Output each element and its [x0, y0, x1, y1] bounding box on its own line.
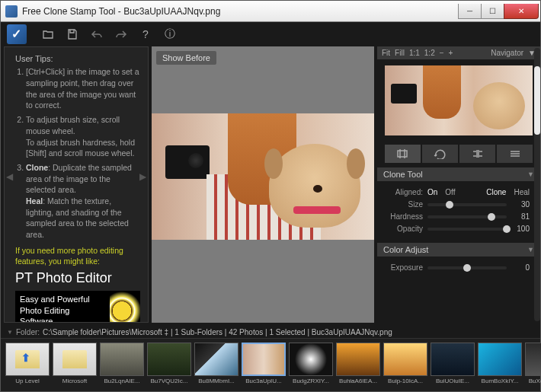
tips-panel: ◀ ▶ User Tips: [Ctrl+Click] in the image… — [4, 46, 149, 323]
status-bar: ▼ Folder: C:\Sample folder\Pictures\Micr… — [1, 326, 540, 338]
navigator-title: Navigator — [491, 49, 523, 57]
filmstrip-thumbnail[interactable]: BuXqTtAIIA... — [525, 343, 541, 388]
clone-tool-controls: Aligned: On Off Clone Heal Size 30 — [377, 181, 540, 243]
zoom-fit-button[interactable]: Fit — [382, 49, 390, 57]
minimize-button[interactable]: ─ — [458, 4, 481, 19]
thumbnail-label: BumBoXkIY... — [478, 378, 522, 384]
mode-clone-option[interactable]: Clone — [486, 188, 506, 196]
show-before-button[interactable]: Show Before — [156, 51, 216, 65]
inspector-panel: Fit Fill 1:1 1:2 − + Navigator ▼ Clone — [377, 46, 540, 323]
help-button[interactable]: ? — [138, 27, 153, 42]
save-button[interactable] — [65, 27, 80, 42]
zoom-in-button[interactable]: + — [449, 49, 453, 57]
opacity-slider[interactable] — [427, 228, 507, 231]
opacity-label: Opacity — [388, 225, 423, 233]
size-value: 30 — [511, 200, 530, 209]
zoom-fill-button[interactable]: Fill — [395, 49, 405, 57]
filmstrip-thumbnail[interactable]: Buip-10IcA... — [383, 343, 427, 388]
thumbnail-label: Buip-10IcA... — [383, 378, 427, 384]
promo-text: Easy and Powerful Photo Editing Software… — [15, 291, 110, 323]
hardness-label: Hardness — [388, 212, 423, 221]
thumbnail-label: BuXqTtAIIA... — [525, 378, 541, 384]
size-slider[interactable] — [427, 203, 507, 206]
filmstrip-thumbnail[interactable]: Buc3aUpIU... — [242, 343, 286, 388]
canvas-image[interactable] — [152, 113, 374, 240]
thumbnail-label: BudgZRXIY... — [289, 378, 333, 384]
filmstrip-folder[interactable]: Microsoft — [53, 343, 97, 388]
main-area: ◀ ▶ User Tips: [Ctrl+Click] in the image… — [1, 46, 540, 326]
color-adjust-header[interactable]: Color Adjust ▼ — [377, 243, 540, 257]
zoom-1to1-button[interactable]: 1:1 — [409, 49, 420, 57]
close-button[interactable]: ✕ — [504, 4, 539, 19]
thumbnail-label: BuhiaA6IEA... — [336, 378, 380, 384]
zoom-1to2-button[interactable]: 1:2 — [424, 49, 435, 57]
redo-button[interactable] — [114, 27, 129, 42]
opacity-value: 100 — [511, 225, 530, 233]
promo-box[interactable]: Easy and Powerful Photo Editing Software… — [15, 291, 140, 323]
tips-next-button[interactable]: ▶ — [139, 171, 146, 183]
filmstrip-thumbnail[interactable]: BuhiaA6IEA... — [336, 343, 380, 388]
filmstrip-thumbnail[interactable]: Bu7VQU2Ic... — [147, 343, 191, 388]
mode-heal-option[interactable]: Heal — [514, 188, 530, 196]
promo-flower-icon — [110, 291, 140, 323]
clone-tool-title: Clone Tool — [383, 170, 423, 179]
aligned-label: Aligned: — [388, 188, 423, 196]
app-logo-icon — [7, 24, 27, 44]
filmstrip-folder[interactable]: Up Level — [5, 343, 50, 388]
thumbnail-label: Bu7VQU2Ic... — [147, 378, 191, 384]
chevron-down-icon: ▼ — [527, 246, 534, 253]
thumbnail-label: Bu2LqnAIE... — [100, 378, 144, 384]
filmstrip-thumbnail[interactable]: BudgZRXIY... — [289, 343, 333, 388]
canvas-area[interactable]: Show Before — [152, 46, 374, 323]
tips-item: Clone: Duplicate the sampled area of the… — [26, 162, 140, 241]
maximize-button[interactable]: ☐ — [481, 4, 504, 19]
image-camera — [165, 145, 210, 179]
app-icon — [5, 5, 18, 18]
thumbnail-label: Buc3aUpIU... — [242, 378, 286, 384]
image-dog-face — [301, 173, 335, 196]
thumbnail-label: Bu8MMbmI... — [194, 378, 238, 384]
tips-item: To adjust brush size, scroll mouse wheel… — [26, 114, 140, 159]
tips-prev-button[interactable]: ◀ — [6, 171, 13, 183]
app-window: Free Clone Stamp Tool - Buc3aUpIUAAJNqv.… — [0, 0, 541, 392]
tips-list: [Ctrl+Click] in the image to set a sampl… — [15, 66, 140, 240]
tips-item: [Ctrl+Click] in the image to set a sampl… — [26, 66, 140, 111]
filmstrip-thumbnail[interactable]: Bu8MMbmI... — [194, 343, 238, 388]
tool-tab-compare[interactable] — [459, 145, 495, 163]
clone-tool-header[interactable]: Clone Tool ▼ — [377, 167, 540, 181]
exposure-slider[interactable] — [427, 266, 507, 269]
tool-tab-sliders[interactable] — [497, 145, 533, 163]
inspector-scrollbar-thumb[interactable] — [534, 66, 540, 135]
titlebar: Free Clone Stamp Tool - Buc3aUpIUAAJNqv.… — [1, 1, 540, 22]
promo-line2[interactable]: PT Photo Editor — [15, 269, 140, 288]
folder-label: Folder: — [16, 328, 40, 336]
thumbnail-label: Up Level — [5, 378, 50, 384]
image-collar — [293, 206, 341, 214]
open-file-button[interactable] — [40, 27, 56, 42]
hardness-slider[interactable] — [427, 215, 507, 218]
navigator-thumbnail[interactable] — [385, 65, 533, 135]
filmstrip-thumbnail[interactable]: BumBoXkIY... — [478, 343, 522, 388]
size-label: Size — [388, 200, 423, 209]
exposure-label: Exposure — [388, 263, 423, 272]
aligned-off-option[interactable]: Off — [445, 188, 455, 196]
statusbar-collapse-icon[interactable]: ▼ — [7, 329, 13, 336]
tool-tab-rotate[interactable] — [422, 145, 458, 163]
color-adjust-controls: Exposure 0 — [377, 257, 540, 282]
thumbnail-label: Microsoft — [53, 378, 97, 384]
undo-button[interactable] — [89, 27, 104, 42]
window-title: Free Clone Stamp Tool - Buc3aUpIUAAJNqv.… — [22, 6, 458, 17]
promo-line1: If you need more photo editing features,… — [15, 245, 140, 267]
tool-tab-bar — [377, 142, 540, 167]
info-button[interactable]: ⓘ — [162, 27, 178, 42]
folder-path: C:\Sample folder\Pictures\Microsoft ‡ | … — [43, 328, 392, 336]
chevron-down-icon: ▼ — [527, 171, 534, 178]
aligned-on-option[interactable]: On — [427, 188, 437, 196]
tool-tab-crop[interactable] — [385, 145, 421, 163]
filmstrip-thumbnail[interactable]: BuiUOiuIE... — [431, 343, 475, 388]
thumbnail-label: BuiUOiuIE... — [431, 378, 475, 384]
zoom-out-button[interactable]: − — [440, 49, 444, 57]
filmstrip-thumbnail[interactable]: Bu2LqnAIE... — [100, 343, 144, 388]
filmstrip: Up LevelMicrosoftBu2LqnAIE...Bu7VQU2Ic..… — [1, 338, 540, 391]
color-adjust-title: Color Adjust — [383, 245, 428, 254]
